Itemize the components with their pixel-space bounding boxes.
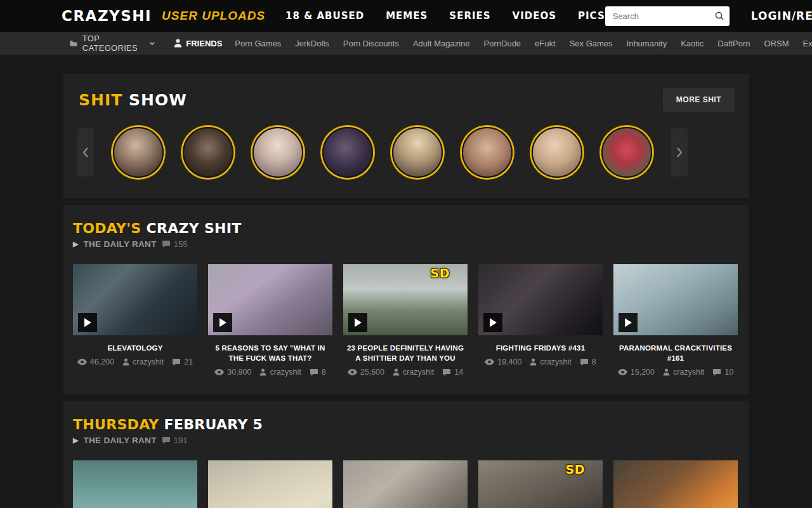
play-button[interactable] — [78, 313, 97, 332]
video-title[interactable]: FIGHTING FRIDAYS #431 — [480, 343, 601, 353]
video-thumbnail[interactable]: SD — [478, 460, 603, 508]
main-nav: 18 & ABUSED MEMES SERIES VIDEOS PICS — [285, 10, 605, 22]
video-thumbnail[interactable] — [73, 460, 197, 508]
friend-link-orsm[interactable]: ORSM — [764, 39, 789, 48]
section-title-rest: FEBRUARY 5 — [164, 417, 263, 432]
chevron-left-icon — [82, 147, 89, 157]
nav-item-18-and-abused[interactable]: 18 & ABUSED — [285, 10, 364, 22]
uploader-stat[interactable]: crazyshit — [530, 358, 571, 366]
carousel-next-button[interactable] — [671, 128, 688, 177]
video-card: PARANORMAL CRACKTIVITIES #161 15,200 cra… — [613, 264, 738, 377]
nav-item-pics[interactable]: PICS — [578, 10, 605, 22]
search-input[interactable] — [613, 11, 714, 21]
user-icon — [393, 368, 400, 376]
daily-rant-link[interactable]: THE DAILY RANT — [83, 239, 156, 249]
friend-link-inhumanity[interactable]: Inhumanity — [627, 39, 667, 48]
video-card — [208, 460, 332, 508]
video-thumbnail[interactable] — [613, 264, 738, 335]
friend-link-porn-discounts[interactable]: Porn Discounts — [343, 39, 399, 48]
views-stat: 19,400 — [485, 358, 521, 366]
video-title[interactable]: 23 PEOPLE DEFINITELY HAVING A SHITTIER D… — [344, 343, 466, 363]
daily-rant-link[interactable]: THE DAILY RANT — [83, 436, 156, 445]
carousel-thumb[interactable] — [252, 127, 303, 178]
uploader-stat[interactable]: crazyshit — [663, 368, 704, 377]
top-categories-dropdown[interactable]: TOP CATEGORIES — [70, 34, 155, 53]
video-card — [343, 460, 468, 508]
video-stats: 30,900 crazyshit 8 — [208, 368, 332, 377]
site-logo[interactable]: CRAZYSHI — [62, 8, 152, 24]
uploader-stat[interactable]: crazyshit — [393, 368, 434, 377]
user-icon — [122, 358, 129, 366]
more-shit-button[interactable]: MORE SHIT — [663, 88, 735, 112]
carousel-thumb[interactable] — [113, 127, 164, 178]
video-thumbnail[interactable] — [613, 460, 738, 508]
carousel-thumb[interactable] — [601, 127, 652, 178]
friend-link-daftporn[interactable]: DaftPorn — [717, 39, 750, 48]
user-uploads-tagline[interactable]: USER UPLOADS — [162, 9, 265, 23]
friends-bar: TOP CATEGORIES FRIENDS Porn Games JerkDo… — [0, 32, 812, 55]
section-title: TODAY'S CRAZY SHIT — [73, 220, 739, 236]
eye-icon — [77, 359, 87, 365]
video-thumbnail[interactable]: SD — [343, 264, 468, 335]
video-card: 5 REASONS TO SAY "WHAT IN THE FUCK WAS T… — [208, 264, 332, 377]
carousel-thumb[interactable] — [322, 127, 373, 178]
comments-stat: 14 — [442, 368, 463, 377]
video-thumbnail[interactable] — [208, 460, 332, 508]
nav-item-videos[interactable]: VIDEOS — [513, 10, 556, 22]
friend-link-adult-magazine[interactable]: Adult Magazine — [413, 39, 470, 48]
carousel-thumb[interactable] — [392, 127, 443, 178]
uploader-stat[interactable]: crazyshit — [259, 368, 301, 377]
rant-comment-count: 191 — [162, 436, 188, 445]
video-title[interactable]: PARANORMAL CRACKTIVITIES #161 — [615, 343, 737, 363]
eye-icon — [348, 369, 357, 375]
search-icon[interactable] — [714, 11, 724, 21]
video-stats: 46,200 crazyshit 21 — [73, 358, 197, 366]
friend-link-efukt[interactable]: eFukt — [535, 39, 556, 48]
top-categories-label: TOP CATEGORIES — [82, 34, 141, 53]
eye-icon — [214, 369, 224, 375]
play-button[interactable] — [348, 313, 367, 332]
nav-item-series[interactable]: SERIES — [449, 10, 490, 22]
carousel-thumb[interactable] — [462, 127, 513, 178]
login-register-link[interactable]: LOGIN/REGISTER — [751, 10, 812, 22]
friend-link-kaotic[interactable]: Kaotic — [681, 39, 704, 48]
carousel-prev-button[interactable] — [77, 128, 94, 177]
friend-link-existenz[interactable]: Existenz — [803, 39, 812, 48]
comment-icon — [172, 358, 181, 366]
section-title: THURSDAY FEBRUARY 5 — [73, 417, 739, 432]
friend-links: Porn Games JerkDolls Porn Discounts Adul… — [235, 39, 812, 48]
play-icon — [219, 318, 226, 327]
video-title[interactable]: 5 REASONS TO SAY "WHAT IN THE FUCK WAS T… — [209, 343, 331, 363]
video-thumbnail[interactable] — [478, 264, 603, 335]
video-card-row: ELEVATOLOGY 46,200 crazyshit 21 5 REASON… — [73, 264, 739, 377]
comment-icon — [442, 368, 451, 377]
video-thumbnail[interactable] — [208, 264, 332, 335]
video-thumbnail[interactable] — [73, 264, 197, 335]
friend-link-porndude[interactable]: PornDude — [484, 39, 521, 48]
play-button[interactable] — [619, 313, 638, 332]
nav-item-memes[interactable]: MEMES — [386, 10, 428, 22]
shit-show-carousel — [63, 121, 749, 198]
daily-rant-row: ▶ THE DAILY RANT 155 — [73, 239, 739, 249]
carousel-thumb[interactable] — [183, 127, 233, 178]
uploader-stat[interactable]: crazyshit — [122, 358, 164, 366]
video-title[interactable]: ELEVATOLOGY — [74, 343, 196, 353]
carousel-thumb[interactable] — [532, 127, 582, 178]
video-card — [613, 460, 738, 508]
friend-link-sex-games[interactable]: Sex Games — [570, 39, 613, 48]
friends-heading[interactable]: FRIENDS — [174, 39, 222, 48]
main-content: SHIT SHOW MORE SHIT TODAY'S CRAZY SHIT ▶… — [63, 74, 749, 508]
friend-link-porn-games[interactable]: Porn Games — [235, 39, 281, 48]
video-thumbnail[interactable] — [343, 460, 468, 508]
section-title-accent: THURSDAY — [73, 417, 159, 432]
top-navigation-bar: CRAZYSHI USER UPLOADS 18 & ABUSED MEMES … — [0, 0, 812, 32]
play-button[interactable] — [483, 313, 502, 332]
video-card-row: SD — [73, 460, 739, 508]
video-stats: 15,200 crazyshit 10 — [613, 368, 738, 377]
friend-link-jerkdolls[interactable]: JerkDolls — [295, 39, 329, 48]
thursday-february-5-section: THURSDAY FEBRUARY 5 ▶ THE DAILY RANT 191 — [63, 401, 749, 508]
play-triangle-icon: ▶ — [73, 436, 78, 444]
play-icon — [489, 318, 497, 327]
sd-badge: SD — [431, 266, 450, 280]
play-button[interactable] — [213, 313, 232, 332]
